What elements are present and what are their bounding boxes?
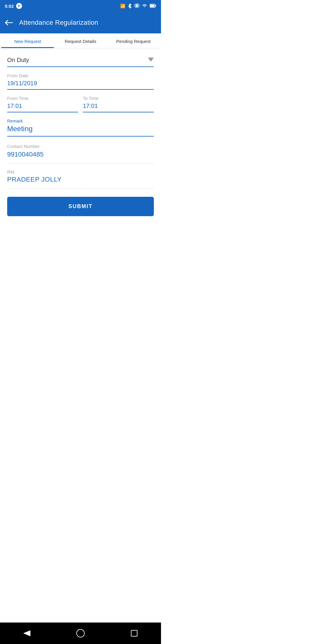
p-icon: P	[16, 3, 22, 9]
status-bar: 5:02 P 📶	[0, 0, 161, 12]
rm-field: RM: PRADEEP JOLLY	[7, 169, 154, 188]
duty-type-value: On Duty	[7, 57, 29, 64]
form-content: On Duty From Date 19/11/2019 From Time 1…	[0, 48, 161, 221]
svg-rect-12	[155, 5, 156, 7]
tab-request-details[interactable]: Request Details	[54, 33, 107, 48]
time-display: 5:02	[5, 4, 14, 9]
tabs-container: New Request Request Details Pending Requ…	[0, 33, 161, 48]
from-date-value[interactable]: 19/11/2019	[7, 80, 154, 90]
vibrate-icon	[134, 4, 140, 9]
to-time-field: To Time 17:01	[83, 96, 154, 112]
bluetooth-icon: 📶	[120, 4, 125, 8]
status-bar-left: 5:02 P	[5, 3, 22, 9]
remark-label: Remark	[7, 118, 154, 123]
battery-icon	[150, 4, 156, 9]
svg-marker-13	[148, 58, 154, 62]
contact-number-field: Contact Number 9910040485	[7, 144, 154, 163]
dropdown-arrow-icon	[148, 58, 154, 63]
contact-number-label: Contact Number	[7, 144, 154, 149]
from-time-value[interactable]: 17:01	[7, 103, 78, 112]
from-date-field: From Date 19/11/2019	[7, 73, 154, 90]
contact-number-value[interactable]: 9910040485	[7, 151, 154, 158]
to-time-label: To Time	[83, 96, 154, 101]
time-row: From Time 17:01 To Time 17:01	[7, 96, 154, 112]
rm-label: RM:	[7, 169, 154, 174]
tab-new-request[interactable]: New Request	[1, 33, 54, 48]
wifi-icon	[142, 4, 147, 9]
back-button[interactable]	[5, 20, 13, 26]
from-date-label: From Date	[7, 73, 154, 78]
rm-value: PRADEEP JOLLY	[7, 176, 154, 183]
submit-button[interactable]: SUBMIT	[7, 197, 154, 216]
from-time-field: From Time 17:01	[7, 96, 78, 112]
remark-value[interactable]: Meeting	[7, 125, 154, 137]
to-time-value[interactable]: 17:01	[83, 103, 154, 112]
bluetooth-icon-svg	[128, 4, 132, 8]
app-bar-title: Attendance Regularization	[19, 19, 98, 27]
duty-type-dropdown[interactable]: On Duty	[7, 53, 154, 67]
remark-field: Remark Meeting	[7, 118, 154, 137]
app-bar: Attendance Regularization	[0, 12, 161, 33]
from-time-label: From Time	[7, 96, 78, 101]
tab-pending-request[interactable]: Pending Request	[107, 33, 160, 48]
svg-rect-11	[150, 4, 154, 7]
svg-rect-3	[136, 4, 138, 7]
status-bar-right: 📶	[120, 4, 156, 9]
